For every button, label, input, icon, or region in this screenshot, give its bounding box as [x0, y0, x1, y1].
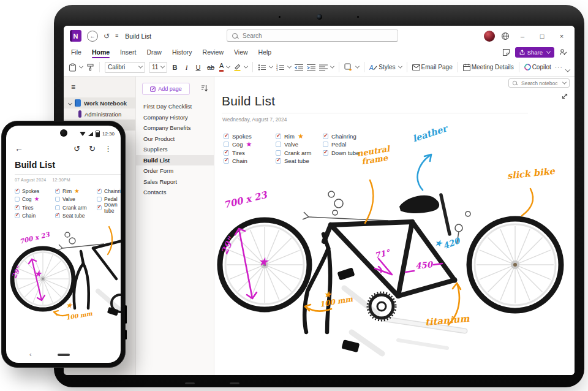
- decrease-indent-icon[interactable]: [295, 64, 303, 71]
- tag-button[interactable]: ★: [344, 63, 359, 71]
- hamburger-menu-icon[interactable]: ≡: [71, 83, 135, 91]
- feedback-note-icon[interactable]: [502, 48, 510, 56]
- font-color-button[interactable]: A: [219, 63, 230, 72]
- notebook-label: Work Notebook: [84, 100, 127, 107]
- checklist-item[interactable]: Valve: [55, 197, 87, 203]
- sort-pages-icon[interactable]: [201, 85, 208, 92]
- format-painter-icon[interactable]: [86, 63, 94, 71]
- meeting-details-button[interactable]: Meeting Details: [463, 64, 514, 71]
- undo-icon[interactable]: ↺: [104, 32, 110, 40]
- page-item[interactable]: Sales Report: [136, 177, 214, 188]
- menu-history[interactable]: History: [172, 48, 192, 56]
- styles-label: Styles: [379, 64, 395, 70]
- italic-button[interactable]: I: [183, 64, 190, 71]
- bike-parts-photo: [214, 77, 575, 375]
- page-item[interactable]: First Day Checklist: [136, 101, 214, 112]
- increase-indent-icon[interactable]: [307, 64, 315, 71]
- share-button[interactable]: Share: [515, 47, 554, 58]
- align-button[interactable]: [319, 64, 334, 71]
- title-divider: [15, 174, 121, 175]
- account-avatar[interactable]: [484, 31, 495, 42]
- page-item-selected[interactable]: Build List: [136, 155, 214, 166]
- font-name-select[interactable]: Calibri: [105, 62, 145, 73]
- todo-checkbox[interactable]: [15, 213, 20, 218]
- page-item[interactable]: Company History: [136, 112, 214, 123]
- menu-view[interactable]: View: [234, 48, 248, 56]
- search-notebooks-input[interactable]: [520, 80, 559, 87]
- collapse-ribbon-button[interactable]: [564, 67, 570, 74]
- todo-checkbox[interactable]: [15, 189, 20, 194]
- font-color-letter: A: [219, 63, 224, 72]
- sidebar-item-administration[interactable]: Administration: [64, 108, 135, 120]
- highlighter-button[interactable]: [233, 63, 247, 71]
- checklist-item[interactable]: Cog★: [15, 197, 42, 203]
- search-notebooks-box[interactable]: [508, 78, 570, 88]
- menu-review[interactable]: Review: [203, 48, 224, 56]
- checklist-item[interactable]: Spokes: [15, 188, 42, 194]
- todo-checkbox[interactable]: [97, 205, 102, 210]
- bullet-list-button[interactable]: [258, 64, 273, 71]
- back-button[interactable]: ←: [87, 31, 98, 42]
- chevron-down-icon: [244, 64, 248, 69]
- maximize-button[interactable]: □: [535, 32, 549, 40]
- search-box[interactable]: [227, 29, 398, 42]
- page-item[interactable]: Order Form: [136, 165, 214, 177]
- chevron-down-icon: [546, 49, 551, 53]
- email-page-button[interactable]: Email Page: [412, 64, 453, 70]
- checklist-item[interactable]: Rim★: [55, 188, 87, 194]
- undo-icon[interactable]: ↺: [74, 144, 80, 153]
- minimize-button[interactable]: –: [516, 32, 529, 40]
- page-item[interactable]: Contacts: [136, 187, 214, 198]
- menu-help[interactable]: Help: [258, 48, 272, 56]
- sidebar-item-work-notebook[interactable]: Work Notebook: [64, 97, 135, 108]
- checklist-item[interactable]: Seat tube: [55, 213, 87, 219]
- todo-checkbox[interactable]: [55, 205, 60, 210]
- bike-parts-photo-mobile: [6, 224, 121, 363]
- phone-page-title[interactable]: Build List: [15, 160, 55, 170]
- strikethrough-button[interactable]: ab: [206, 64, 216, 71]
- quick-access-icon[interactable]: ≡: [115, 33, 118, 39]
- checklist-item[interactable]: Chain: [15, 213, 42, 219]
- nav-back-chevron[interactable]: ‹: [29, 351, 32, 358]
- search-input[interactable]: [241, 32, 393, 40]
- chevron-down-icon: [355, 64, 360, 69]
- page-item[interactable]: Suppliers: [136, 144, 214, 155]
- page-item[interactable]: Company Benefits: [136, 123, 214, 134]
- page-canvas[interactable]: Build List Wednesday, August 7, 2024 Spo…: [214, 77, 575, 375]
- checklist-item[interactable]: Tires: [15, 205, 42, 211]
- checklist-item[interactable]: Down tube: [97, 205, 121, 211]
- menu-draw[interactable]: Draw: [146, 48, 162, 56]
- todo-checkbox[interactable]: [55, 197, 60, 202]
- font-size-select[interactable]: 11: [149, 62, 167, 73]
- close-button[interactable]: ×: [555, 32, 568, 40]
- home-indicator[interactable]: [58, 354, 70, 356]
- back-arrow-icon[interactable]: ←: [15, 143, 23, 153]
- kebab-menu-icon[interactable]: ⋮: [104, 144, 112, 153]
- meeting-details-label: Meeting Details: [472, 64, 514, 70]
- menu-home[interactable]: Home: [92, 48, 110, 56]
- redo-icon[interactable]: ↻: [89, 144, 96, 153]
- todo-checkbox[interactable]: [97, 197, 102, 202]
- checklist-item[interactable]: Crank arm: [55, 205, 87, 211]
- ribbon-overflow-button[interactable]: ···: [555, 64, 563, 70]
- styles-button[interactable]: A Styles: [369, 64, 401, 71]
- bold-button[interactable]: B: [171, 64, 179, 71]
- todo-checkbox[interactable]: [55, 189, 60, 194]
- numbered-list-button[interactable]: 123: [276, 64, 291, 71]
- add-page-button[interactable]: Add page: [142, 83, 190, 95]
- todo-checkbox[interactable]: [97, 189, 102, 194]
- todo-checkbox[interactable]: [55, 213, 60, 218]
- page-item[interactable]: Our Product: [136, 134, 214, 145]
- menu-file[interactable]: File: [71, 48, 81, 56]
- todo-checkbox[interactable]: [15, 197, 20, 202]
- copilot-button[interactable]: Copilot: [524, 64, 551, 70]
- chevron-down-icon: [68, 101, 72, 105]
- presence-globe-icon[interactable]: [501, 32, 510, 40]
- divider: [519, 62, 519, 72]
- menu-insert[interactable]: Insert: [120, 48, 136, 56]
- underline-button[interactable]: U: [194, 64, 202, 71]
- paste-button[interactable]: [69, 63, 83, 72]
- todo-checkbox[interactable]: [15, 205, 20, 210]
- presenter-pen-icon[interactable]: [559, 48, 567, 56]
- checklist-item[interactable]: Chainring: [97, 188, 121, 194]
